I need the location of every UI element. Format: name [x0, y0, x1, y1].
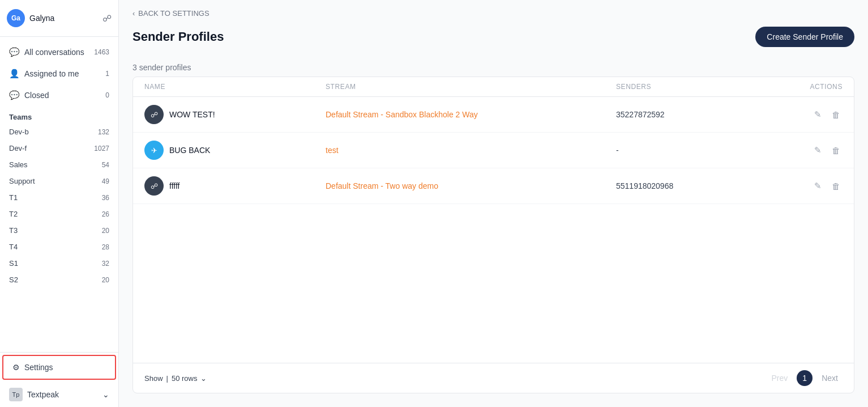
rows-per-page: 50 rows: [172, 374, 198, 383]
row-senders-cell: -: [616, 146, 786, 155]
sidebar-item-all-conversations[interactable]: 💬 All conversations 1463: [0, 41, 118, 63]
delete-button[interactable]: 🗑: [829, 143, 843, 158]
pagination: Prev 1 Next: [767, 370, 843, 386]
delete-button[interactable]: 🗑: [829, 179, 843, 193]
team-name: T4: [9, 243, 18, 251]
chevron-down-icon: ⌄: [102, 390, 109, 399]
chat-icon[interactable]: ☍: [102, 13, 112, 24]
settings-label: Settings: [24, 363, 53, 372]
table-header: Name Stream Senders Actions: [133, 77, 854, 97]
team-name: Sales: [9, 160, 28, 169]
sidebar-item-team-t4[interactable]: T4 28: [0, 239, 118, 255]
row-actions-cell: ✎ 🗑: [786, 179, 843, 193]
team-count: 32: [102, 260, 109, 268]
sidebar: Ga Galyna ☍ 💬 All conversations 1463 👤 A…: [0, 0, 119, 407]
col-header-actions: Actions: [786, 83, 843, 91]
team-name: S1: [9, 259, 18, 268]
sidebar-item-team-t3[interactable]: T3 20: [0, 222, 118, 239]
back-nav-label: BACK TO SETTINGS: [138, 9, 209, 18]
sidebar-footer: ⚙ Settings Tp Textpeak ⌄: [0, 352, 118, 407]
edit-button[interactable]: ✎: [812, 179, 824, 193]
edit-button[interactable]: ✎: [812, 107, 824, 122]
col-header-stream: Stream: [326, 83, 616, 91]
prev-button[interactable]: Prev: [767, 371, 792, 385]
workspace-avatar: Tp: [9, 388, 23, 401]
back-arrow-icon: ‹: [132, 9, 135, 18]
show-label: Show: [144, 374, 163, 383]
row-name-cell: ☍ fffff: [144, 176, 326, 196]
edit-button[interactable]: ✎: [812, 143, 824, 158]
row-actions-cell: ✎ 🗑: [786, 143, 843, 158]
row-stream-cell: Default Stream - Sandbox Blackhole 2 Way: [326, 110, 616, 119]
sender-profiles-table: Name Stream Senders Actions ☍ WOW TEST! …: [132, 77, 854, 393]
sidebar-item-team-s2[interactable]: S2 20: [0, 272, 118, 288]
team-name: Support: [9, 177, 35, 185]
profiles-count: 3 sender profiles: [119, 56, 868, 77]
team-name: T1: [9, 193, 18, 202]
row-name-cell: ☍ WOW TEST!: [144, 105, 326, 124]
team-count: 28: [102, 243, 109, 251]
gear-icon: ⚙: [12, 363, 20, 372]
create-sender-profile-button[interactable]: Create Sender Profile: [755, 27, 854, 47]
sidebar-badge-assigned: 1: [105, 70, 109, 78]
page-header: Sender Profiles Create Sender Profile: [119, 22, 868, 56]
delete-button[interactable]: 🗑: [829, 108, 843, 122]
next-button[interactable]: Next: [817, 371, 843, 385]
sidebar-item-team-sales[interactable]: Sales 54: [0, 156, 118, 173]
sidebar-item-label: Assigned to me: [24, 69, 79, 78]
team-count: 20: [102, 276, 109, 284]
sidebar-item-closed[interactable]: 💬 Closed 0: [0, 84, 118, 106]
closed-icon: 💬: [9, 90, 20, 100]
team-name: Dev-b: [9, 128, 29, 136]
avatar: Ga: [7, 9, 25, 27]
team-count: 1027: [94, 145, 109, 152]
sidebar-item-team-support[interactable]: Support 49: [0, 173, 118, 189]
sidebar-item-team-t2[interactable]: T2 26: [0, 206, 118, 222]
col-header-senders: Senders: [616, 83, 786, 91]
row-senders-cell: 5511918020968: [616, 181, 786, 190]
back-nav[interactable]: ‹ BACK TO SETTINGS: [119, 0, 868, 22]
assigned-icon: 👤: [9, 69, 20, 79]
profile-type-icon: ☍: [144, 105, 164, 124]
workspace-item[interactable]: Tp Textpeak ⌄: [0, 382, 118, 407]
team-name: S2: [9, 275, 18, 284]
profile-name: BUG BACK: [169, 146, 210, 155]
table-body: ☍ WOW TEST! Default Stream - Sandbox Bla…: [133, 97, 854, 204]
table-footer: Show | 50 rows ⌄ Prev 1 Next: [133, 363, 854, 393]
team-count: 36: [102, 194, 109, 202]
sidebar-item-team-s1[interactable]: S1 32: [0, 255, 118, 272]
row-stream-cell: test: [326, 146, 616, 155]
workspace-name: Textpeak: [27, 390, 59, 399]
team-count: 26: [102, 210, 109, 218]
team-count: 49: [102, 177, 109, 185]
table-row: ✈ BUG BACK test - ✎ 🗑: [133, 133, 854, 168]
team-count: 132: [98, 128, 109, 136]
team-count: 54: [102, 161, 109, 169]
sidebar-item-assigned-to-me[interactable]: 👤 Assigned to me 1: [0, 63, 118, 84]
pipe-separator: |: [166, 374, 168, 383]
sidebar-user[interactable]: Ga Galyna: [7, 9, 54, 27]
table-row: ☍ WOW TEST! Default Stream - Sandbox Bla…: [133, 97, 854, 133]
row-stream-cell: Default Stream - Two way demo: [326, 181, 616, 190]
chevron-down-icon-rows: ⌄: [200, 374, 207, 383]
profile-type-icon: ☍: [144, 176, 164, 196]
team-name: T3: [9, 226, 18, 235]
page-1-button[interactable]: 1: [797, 370, 813, 386]
sidebar-item-team-t1[interactable]: T1 36: [0, 189, 118, 206]
table-row: ☍ fffff Default Stream - Two way demo 55…: [133, 168, 854, 204]
conversations-icon: 💬: [9, 47, 20, 57]
row-actions-cell: ✎ 🗑: [786, 107, 843, 122]
col-header-name: Name: [144, 83, 326, 91]
settings-item[interactable]: ⚙ Settings: [2, 355, 116, 380]
profile-name: fffff: [169, 181, 179, 190]
sidebar-badge-closed: 0: [105, 91, 109, 99]
teams-list: Dev-b 132 Dev-f 1027 Sales 54 Support 49…: [0, 124, 118, 288]
row-name-cell: ✈ BUG BACK: [144, 141, 326, 160]
sidebar-nav: 💬 All conversations 1463 👤 Assigned to m…: [0, 37, 118, 352]
show-rows[interactable]: Show | 50 rows ⌄: [144, 374, 207, 383]
row-senders-cell: 35227872592: [616, 110, 786, 119]
sidebar-item-team-dev-b[interactable]: Dev-b 132: [0, 124, 118, 140]
sidebar-item-team-dev-f[interactable]: Dev-f 1027: [0, 140, 118, 156]
sidebar-badge-all: 1463: [94, 48, 109, 56]
profile-name: WOW TEST!: [169, 110, 215, 119]
